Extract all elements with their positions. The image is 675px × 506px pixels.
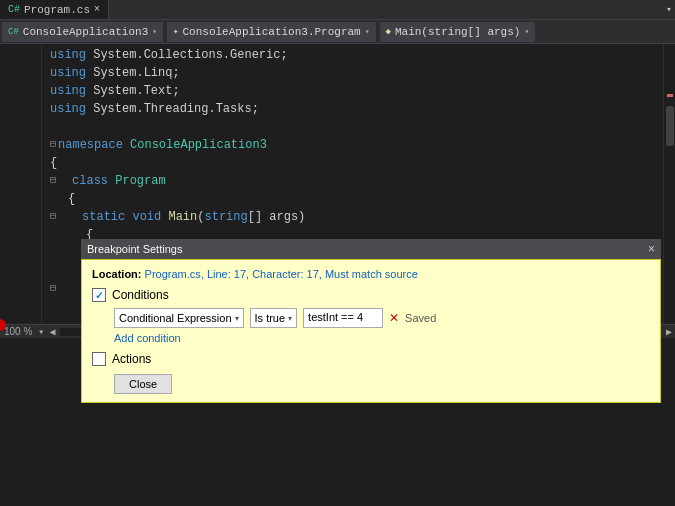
cond-clear-button[interactable]: ✕ [389, 311, 399, 325]
cond-value-text: testInt == 4 [308, 311, 363, 323]
breakpoint-indicator [0, 319, 6, 331]
line-numbers [0, 44, 42, 324]
nav-bar: C# ConsoleApplication3 ▾ ✦ ConsoleApplic… [0, 20, 675, 44]
namespace-dropdown[interactable]: C# ConsoleApplication3 ▾ [2, 22, 163, 42]
cond-saved-label: Saved [405, 312, 436, 324]
breakpoint-settings-panel: Breakpoint Settings × Location: Program.… [81, 239, 661, 403]
editor-area: using System.Collections.Generic; using … [0, 44, 675, 324]
cond-expr-row: Conditional Expression ▾ Is true ▾ testI… [114, 308, 650, 328]
add-condition-link[interactable]: Add condition [114, 332, 650, 344]
conditions-label: Conditions [112, 288, 169, 302]
title-bar: C# Program.cs × ▾ [0, 0, 675, 20]
bp-panel-header: Breakpoint Settings × [81, 239, 661, 259]
method-dropdown[interactable]: ◆ Main(string[] args) ▾ [380, 22, 536, 42]
cond-type-select[interactable]: Conditional Expression ▾ [114, 308, 244, 328]
bp-panel-close-button[interactable]: × [648, 242, 655, 256]
namespace-arrow-icon: ▾ [152, 27, 157, 36]
toolbar-close-button[interactable]: ▾ [663, 0, 675, 19]
cond-mode-arrow-icon: ▾ [288, 314, 292, 323]
scrollbar-error-marker [667, 94, 673, 97]
file-tab-label: Program.cs [24, 4, 90, 16]
bp-location-link[interactable]: Program.cs, Line: 17, Character: 17, Mus… [145, 268, 418, 280]
actions-label: Actions [112, 352, 151, 366]
zoom-arrow-icon[interactable]: ▾ [36, 326, 46, 338]
scroll-right-button[interactable]: ▶ [663, 326, 675, 338]
actions-row: Actions [92, 352, 650, 366]
cond-mode-select[interactable]: Is true ▾ [250, 308, 298, 328]
cond-value-input[interactable]: testInt == 4 [303, 308, 383, 328]
scroll-left-button[interactable]: ◀ [46, 326, 58, 338]
class-dropdown[interactable]: ✦ ConsoleApplication3.Program ▾ [167, 22, 375, 42]
conditions-row: Conditions [92, 288, 650, 302]
bp-location-row: Location: Program.cs, Line: 17, Characte… [92, 268, 650, 280]
bp-location-label: Location: [92, 268, 142, 280]
bp-panel-title: Breakpoint Settings [87, 243, 182, 255]
vertical-scrollbar[interactable] [663, 44, 675, 324]
bp-close-button[interactable]: Close [114, 374, 172, 394]
class-label: ConsoleApplication3.Program [182, 26, 360, 38]
class-arrow-icon: ▾ [365, 27, 370, 36]
namespace-label: ConsoleApplication3 [23, 26, 148, 38]
actions-checkbox[interactable] [92, 352, 106, 366]
method-arrow-icon: ▾ [524, 27, 529, 36]
file-tab-icon: C# [8, 4, 20, 15]
method-label: Main(string[] args) [395, 26, 520, 38]
scrollbar-thumb[interactable] [666, 106, 674, 146]
tab-close-button[interactable]: × [94, 4, 100, 15]
bp-panel-content: Location: Program.cs, Line: 17, Characte… [81, 259, 661, 403]
cond-type-label: Conditional Expression [119, 312, 232, 324]
file-tab[interactable]: C# Program.cs × [0, 0, 109, 19]
conditions-checkbox[interactable] [92, 288, 106, 302]
cond-type-arrow-icon: ▾ [235, 314, 239, 323]
cond-mode-label: Is true [255, 312, 286, 324]
